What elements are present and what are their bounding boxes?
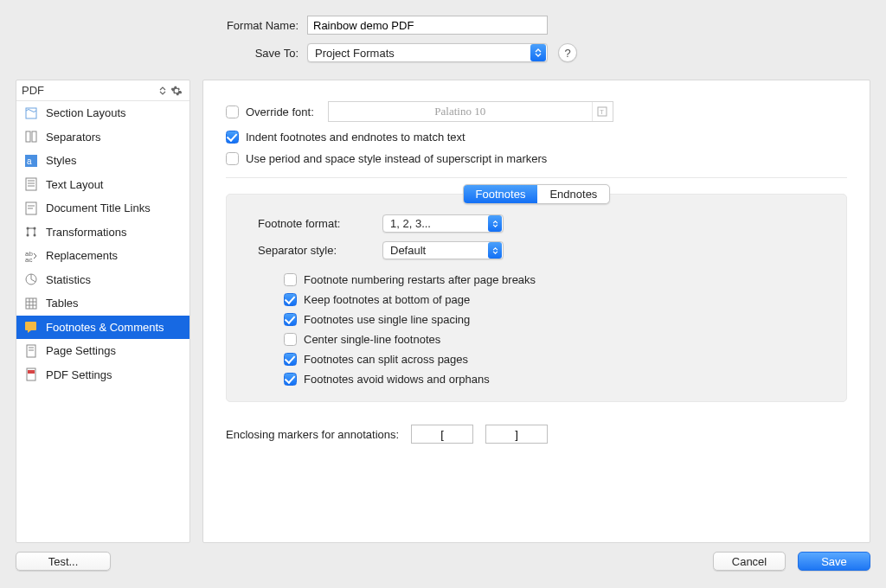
avoid-widows-label: Footnotes avoid widows and orphans	[304, 373, 490, 386]
cancel-button[interactable]: Cancel	[713, 552, 786, 571]
center-single-checkbox[interactable]	[284, 333, 297, 346]
single-spacing-label: Footnotes use single line spacing	[304, 313, 470, 326]
indent-footnotes-checkbox[interactable]	[226, 131, 239, 144]
document-links-icon	[23, 201, 39, 216]
test-button[interactable]: Test...	[16, 552, 111, 571]
header-form: Format Name: Save To: Project Formats ?	[0, 0, 886, 80]
sidebar-item-label: PDF Settings	[46, 368, 112, 381]
svg-rect-24	[25, 322, 36, 330]
svg-rect-25	[27, 345, 35, 357]
footnotes-icon	[23, 319, 39, 335]
svg-rect-1	[26, 131, 30, 142]
restart-numbering-label: Footnote numbering restarts after page b…	[304, 273, 536, 286]
save-to-value: Project Formats	[308, 47, 530, 60]
save-to-dropdown[interactable]: Project Formats	[307, 43, 548, 62]
restart-numbering-checkbox[interactable]	[284, 273, 297, 286]
separators-icon	[23, 129, 39, 144]
text-layout-icon	[23, 176, 39, 192]
split-pages-label: Footnotes can split across pages	[304, 353, 468, 366]
sidebar-item-separators[interactable]: Separators	[16, 125, 189, 150]
tables-icon	[23, 296, 39, 311]
single-spacing-checkbox[interactable]	[284, 313, 297, 326]
override-font-checkbox[interactable]	[226, 105, 239, 118]
svg-rect-2	[32, 131, 36, 142]
separator-style-value: Default	[383, 244, 488, 257]
avoid-widows-checkbox[interactable]	[284, 373, 297, 386]
styles-icon: a	[23, 153, 39, 169]
statistics-icon	[23, 272, 39, 287]
sidebar-item-label: Separators	[46, 131, 101, 144]
sidebar-item-label: Statistics	[46, 273, 91, 286]
main-panel: Override font: Palatino 10 T Indent foot…	[202, 80, 870, 543]
footnotes-subpanel: Footnotes Endnotes Footnote format: 1, 2…	[226, 194, 847, 402]
footnote-format-label: Footnote format:	[258, 217, 372, 230]
sidebar-item-label: Document Title Links	[46, 201, 151, 214]
transformations-icon	[23, 224, 39, 240]
sidebar-item-section-layouts[interactable]: Section Layouts	[16, 101, 189, 125]
svg-text:T: T	[600, 108, 604, 116]
sidebar-item-label: Text Layout	[46, 178, 104, 191]
tab-footnotes[interactable]: Footnotes	[464, 185, 538, 203]
chevron-updown-icon	[488, 242, 502, 259]
tab-endnotes[interactable]: Endnotes	[537, 185, 609, 203]
help-button[interactable]: ?	[558, 43, 577, 62]
sidebar-item-label: Replacements	[46, 249, 118, 262]
sidebar-item-footnotes-comments[interactable]: Footnotes & Comments	[16, 316, 189, 340]
annotation-close-input[interactable]	[485, 425, 548, 444]
pdf-settings-icon	[23, 367, 39, 382]
sidebar-item-document-title-links[interactable]: Document Title Links	[16, 196, 189, 220]
split-pages-checkbox[interactable]	[284, 353, 297, 366]
sidebar-item-label: Styles	[46, 154, 76, 167]
footer: Test... Cancel Save	[0, 552, 886, 571]
separator-style-dropdown[interactable]: Default	[382, 241, 504, 259]
chevron-updown-icon	[488, 215, 502, 232]
footnote-format-value: 1, 2, 3...	[383, 217, 488, 230]
svg-rect-19	[26, 298, 36, 309]
sidebar-item-page-settings[interactable]: Page Settings	[16, 339, 189, 363]
sidebar: PDF Section Layouts Separators a Styles …	[16, 80, 190, 543]
sidebar-item-label: Section Layouts	[46, 106, 126, 119]
divider	[226, 177, 847, 178]
svg-rect-29	[28, 370, 35, 374]
svg-text:ac: ac	[25, 256, 32, 263]
page-settings-icon	[23, 343, 39, 359]
save-button[interactable]: Save	[798, 552, 870, 571]
sidebar-title[interactable]: PDF	[22, 84, 157, 97]
keep-bottom-label: Keep footnotes at bottom of page	[304, 293, 470, 306]
keep-bottom-checkbox[interactable]	[284, 293, 297, 306]
indent-footnotes-label: Indent footnotes and endnotes to match t…	[246, 131, 465, 144]
sidebar-item-replacements[interactable]: abac Replacements	[16, 244, 189, 268]
sidebar-item-transformations[interactable]: Transformations	[16, 220, 189, 245]
override-font-label: Override font:	[246, 105, 314, 118]
period-space-checkbox[interactable]	[226, 152, 239, 165]
sidebar-item-label: Footnotes & Comments	[46, 321, 164, 334]
sidebar-item-pdf-settings[interactable]: PDF Settings	[16, 363, 189, 387]
override-font-value: Palatino 10	[329, 105, 592, 118]
section-layouts-icon	[23, 105, 39, 121]
sidebar-item-label: Page Settings	[46, 344, 116, 357]
replacements-icon: abac	[23, 248, 39, 264]
center-single-label: Center single-line footnotes	[304, 333, 440, 346]
sidebar-item-label: Tables	[46, 297, 79, 310]
sidebar-item-tables[interactable]: Tables	[16, 291, 189, 316]
chevron-updown-icon	[530, 44, 546, 61]
save-to-label: Save To:	[0, 47, 307, 60]
gear-icon[interactable]	[169, 85, 184, 97]
svg-text:a: a	[27, 157, 32, 166]
font-picker-icon[interactable]: T	[592, 102, 613, 121]
footnotes-endnotes-segment[interactable]: Footnotes Endnotes	[463, 184, 611, 204]
sidebar-item-statistics[interactable]: Statistics	[16, 268, 189, 292]
period-space-label: Use period and space style instead of su…	[246, 152, 547, 165]
chevron-updown-icon[interactable]	[157, 86, 169, 95]
override-font-field[interactable]: Palatino 10 T	[328, 101, 613, 122]
format-name-label: Format Name:	[0, 19, 307, 32]
sidebar-item-styles[interactable]: a Styles	[16, 149, 189, 173]
annotation-open-input[interactable]	[411, 425, 473, 444]
footnote-format-dropdown[interactable]: 1, 2, 3...	[382, 214, 504, 233]
separator-style-label: Separator style:	[258, 244, 372, 257]
svg-rect-5	[26, 178, 36, 190]
sidebar-item-text-layout[interactable]: Text Layout	[16, 173, 189, 197]
sidebar-item-label: Transformations	[46, 226, 126, 239]
annotations-label: Enclosing markers for annotations:	[226, 428, 399, 441]
format-name-input[interactable]	[307, 16, 548, 35]
